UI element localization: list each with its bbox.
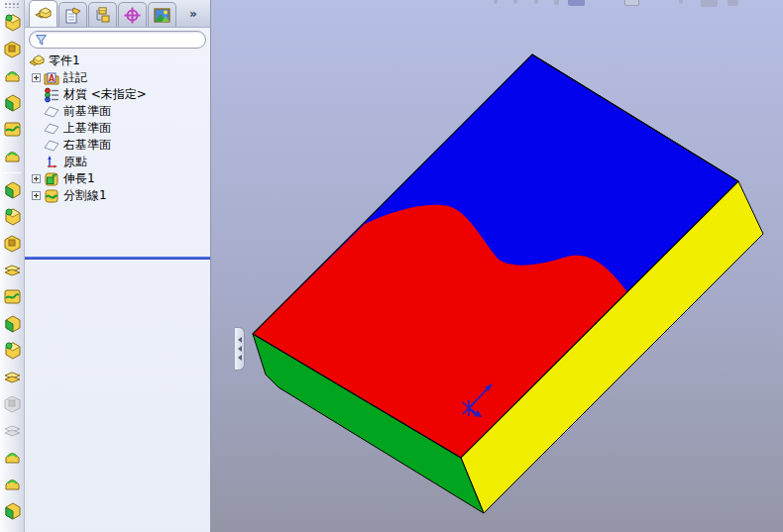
tree-label-extrude1: 伸長1 bbox=[63, 170, 95, 187]
features-toolbar bbox=[0, 0, 25, 532]
tree-label-annotations: 註記 bbox=[63, 69, 87, 86]
tree-label-splitline1: 分割線1 bbox=[63, 187, 107, 204]
part-icon bbox=[29, 53, 45, 69]
collapse-arrow-icon bbox=[238, 337, 242, 343]
tree-row-front-plane[interactable]: 前基準面 bbox=[25, 103, 210, 120]
tree-label-material: 材質 <未指定> bbox=[63, 86, 147, 103]
dimxpertmanager-icon bbox=[123, 6, 142, 25]
fillet-icon[interactable] bbox=[2, 179, 23, 200]
freeform-icon[interactable] bbox=[2, 474, 23, 494]
tree-label-top-plane: 上基準面 bbox=[63, 120, 111, 137]
tree-row-part-root[interactable]: 零件1 bbox=[25, 53, 210, 69]
svg-text:A: A bbox=[49, 73, 56, 82]
tree-filter-row bbox=[25, 28, 210, 51]
3d-viewport[interactable] bbox=[211, 0, 783, 532]
annotations-folder-icon: A bbox=[44, 70, 59, 86]
mirror-icon[interactable] bbox=[2, 340, 23, 361]
toolbar-grip-handle[interactable] bbox=[4, 2, 20, 8]
tab-configurationmanager[interactable] bbox=[88, 2, 117, 27]
draft-icon[interactable] bbox=[2, 260, 23, 280]
swept-boss-icon[interactable] bbox=[2, 65, 23, 86]
wrap-icon[interactable] bbox=[2, 313, 23, 334]
extrude-feature-icon bbox=[44, 171, 59, 187]
shell-icon[interactable] bbox=[2, 286, 23, 307]
plane-icon bbox=[44, 104, 59, 120]
tree-row-extrude1[interactable]: 伸長1 bbox=[25, 170, 210, 187]
tree-label-origin: 原點 bbox=[63, 154, 87, 170]
curve-pattern-icon[interactable] bbox=[2, 420, 23, 441]
shape-feature-icon[interactable] bbox=[2, 500, 23, 521]
displaymanager-icon bbox=[153, 6, 171, 25]
tree-filter-input[interactable] bbox=[48, 33, 205, 47]
collapse-arrow-icon bbox=[238, 355, 242, 361]
circular-pattern-icon[interactable] bbox=[2, 393, 23, 414]
panel-tab-bar: » bbox=[25, 0, 210, 28]
lofted-boss-icon[interactable] bbox=[2, 92, 23, 113]
solidworks-window: » 零件1 bbox=[0, 0, 783, 532]
tree-row-right-plane[interactable]: 右基準面 bbox=[25, 137, 210, 154]
tab-overflow-chevron[interactable]: » bbox=[189, 7, 196, 21]
model-canvas[interactable] bbox=[211, 0, 783, 532]
featuremanager-tree-icon bbox=[34, 5, 53, 24]
propertymanager-icon bbox=[63, 6, 82, 25]
expand-splitline1[interactable] bbox=[32, 191, 41, 200]
split-line-feature-icon bbox=[44, 188, 59, 204]
toolbar-separator bbox=[4, 172, 21, 173]
extruded-boss-icon[interactable] bbox=[2, 12, 23, 33]
origin-icon bbox=[44, 155, 59, 170]
plane-icon bbox=[44, 121, 59, 137]
tree-label-right-plane: 右基準面 bbox=[63, 137, 111, 154]
tree-row-origin[interactable]: 原點 bbox=[25, 154, 210, 170]
expand-annotations[interactable] bbox=[32, 73, 41, 82]
feature-manager-panel: » 零件1 bbox=[25, 0, 211, 532]
filter-funnel-icon bbox=[35, 34, 48, 47]
boundary-boss-icon[interactable] bbox=[2, 119, 23, 140]
tree-label-part: 零件1 bbox=[49, 53, 80, 69]
tree-row-material[interactable]: 材質 <未指定> bbox=[25, 86, 210, 103]
rib-icon[interactable] bbox=[2, 233, 23, 254]
expand-extrude1[interactable] bbox=[32, 174, 41, 183]
configurationmanager-icon bbox=[93, 6, 112, 25]
panel-collapse-handle[interactable] bbox=[235, 327, 245, 371]
feature-tree: 零件1 A 註記 bbox=[25, 51, 210, 204]
material-icon bbox=[44, 87, 59, 103]
extruded-cut-icon[interactable] bbox=[2, 146, 23, 166]
linear-pattern-icon[interactable] bbox=[2, 367, 23, 387]
rollback-bar[interactable] bbox=[25, 257, 210, 260]
tree-row-splitline1[interactable]: 分割線1 bbox=[25, 187, 210, 204]
tree-label-front-plane: 前基準面 bbox=[63, 103, 111, 120]
tab-dimxpertmanager[interactable] bbox=[118, 2, 147, 27]
collapse-arrow-icon bbox=[238, 346, 242, 352]
tree-row-annotations[interactable]: A 註記 bbox=[25, 69, 210, 86]
revolved-boss-icon[interactable] bbox=[2, 39, 23, 59]
tab-propertymanager[interactable] bbox=[58, 2, 87, 27]
tab-displaymanager[interactable] bbox=[148, 2, 176, 27]
chamfer-icon[interactable] bbox=[2, 206, 23, 227]
plane-icon bbox=[44, 138, 59, 154]
dome-icon[interactable] bbox=[2, 447, 23, 468]
tree-row-top-plane[interactable]: 上基準面 bbox=[25, 120, 210, 137]
tree-filter-box[interactable] bbox=[29, 31, 206, 49]
tab-featuremanager-design-tree[interactable] bbox=[29, 0, 57, 27]
